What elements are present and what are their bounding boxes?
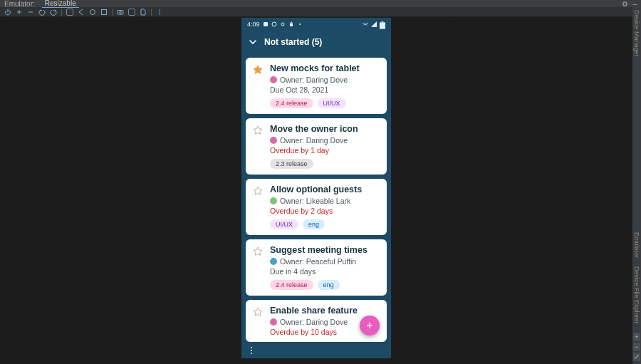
- owner-text: Owner: Likeable Lark: [280, 197, 350, 205]
- zoom-in-button[interactable]: +: [633, 333, 640, 341]
- wifi-icon: [363, 21, 368, 27]
- battery-icon: [380, 21, 385, 27]
- signal-icon: [371, 21, 377, 27]
- owner-line: Owner: Daring Dove: [270, 136, 380, 145]
- task-title: New mocks for tablet: [270, 63, 380, 73]
- zoom-controls: + − ⤢: [633, 333, 640, 361]
- task-card[interactable]: Move the owner iconOwner: Daring DoveOve…: [246, 118, 387, 175]
- app-header: Not started (5): [241, 31, 391, 53]
- rotate-right-icon[interactable]: [50, 9, 57, 16]
- home-icon[interactable]: [89, 9, 96, 16]
- gear-small-icon: [280, 21, 286, 27]
- plus-icon: +: [366, 319, 372, 332]
- section-title: Not started (5): [264, 37, 322, 47]
- task-card[interactable]: Suggest meeting timesOwner: Peaceful Puf…: [246, 239, 387, 296]
- tool-device-manager[interactable]: Device Manager: [633, 10, 640, 57]
- tag-row: 2.4 releaseeng: [270, 280, 380, 290]
- screenshot-icon[interactable]: [117, 9, 124, 16]
- phone-frame: 4:09 Not started (5) New mocks for table: [241, 17, 392, 359]
- tag-chip[interactable]: eng: [318, 280, 340, 290]
- svg-rect-12: [380, 22, 385, 28]
- owner-line: Owner: Daring Dove: [270, 76, 380, 84]
- owner-text: Owner: Daring Dove: [280, 318, 348, 326]
- star-icon[interactable]: [253, 186, 263, 196]
- emulator-stage: 4:09 Not started (5) New mocks for table: [0, 17, 632, 364]
- display-mode-icon[interactable]: [66, 9, 73, 16]
- svg-point-11: [299, 24, 301, 25]
- svg-point-4: [159, 9, 160, 11]
- power-icon[interactable]: [4, 9, 11, 16]
- task-card[interactable]: Allow optional guestsOwner: Likeable Lar…: [246, 179, 387, 235]
- task-card[interactable]: New mocks for tabletOwner: Daring DoveDu…: [246, 58, 387, 114]
- owner-text: Owner: Daring Dove: [280, 136, 348, 145]
- task-title: Allow optional guests: [270, 184, 380, 194]
- overview-icon[interactable]: [100, 9, 108, 16]
- svg-rect-2: [118, 10, 123, 14]
- star-icon[interactable]: [253, 246, 263, 256]
- status-time: 4:09: [247, 21, 260, 28]
- ide-minimize-icon[interactable]: –: [632, 0, 637, 8]
- volume-down-icon[interactable]: [27, 9, 34, 16]
- tool-file-explorer[interactable]: Device File Explorer: [633, 266, 640, 324]
- due-text: Due in 4 days: [270, 267, 380, 276]
- star-icon[interactable]: [253, 307, 263, 317]
- avatar-icon: [270, 318, 277, 326]
- device-tab[interactable]: Resizable: [42, 0, 79, 8]
- avatar-icon: [270, 258, 277, 265]
- tag-chip[interactable]: 2.3 release: [270, 159, 313, 169]
- due-text: Overdue by 1 day: [270, 146, 380, 155]
- avatar-icon: [270, 197, 277, 204]
- tool-emulator[interactable]: Emulator: [633, 232, 640, 258]
- svg-point-5: [159, 11, 160, 13]
- svg-point-0: [90, 9, 95, 14]
- star-icon[interactable]: [253, 65, 263, 75]
- avatar-icon: [270, 137, 277, 144]
- ide-gear-icon[interactable]: ⚙: [622, 0, 628, 8]
- zoom-out-button[interactable]: −: [633, 343, 640, 351]
- tag-chip[interactable]: 2.4 release: [270, 280, 313, 290]
- add-task-fab[interactable]: +: [360, 316, 380, 336]
- collapse-icon[interactable]: [249, 38, 257, 46]
- ide-right-rail: Device Manager Emulator Device File Expl…: [632, 7, 641, 364]
- emulator-label: Emulator:: [4, 0, 35, 8]
- separator: [112, 9, 113, 16]
- svg-rect-13: [382, 21, 384, 22]
- svg-point-9: [281, 23, 284, 26]
- svg-rect-1: [102, 9, 107, 14]
- separator: [151, 9, 152, 16]
- tag-row: 2.3 release: [270, 159, 380, 169]
- more-icon[interactable]: [156, 9, 163, 16]
- task-list[interactable]: New mocks for tabletOwner: Daring DoveDu…: [241, 53, 391, 358]
- bottom-nav: [241, 343, 391, 358]
- svg-rect-10: [290, 24, 293, 26]
- ide-window-tabs: Emulator: Resizable ⚙ –: [0, 0, 641, 7]
- owner-line: Owner: Likeable Lark: [270, 197, 380, 205]
- owner-text: Owner: Peaceful Puffin: [280, 257, 356, 266]
- separator: [61, 9, 62, 16]
- notif-icon: [271, 21, 277, 27]
- task-title: Enable share feature: [270, 306, 380, 316]
- snapshots-icon[interactable]: [140, 9, 147, 16]
- lock-icon: [288, 21, 294, 27]
- debug-icon: [263, 21, 269, 27]
- star-icon[interactable]: [253, 125, 263, 135]
- tag-chip[interactable]: UI/UX: [318, 98, 346, 108]
- owner-line: Owner: Peaceful Puffin: [270, 257, 380, 266]
- svg-point-3: [120, 11, 122, 13]
- tag-chip[interactable]: 2.4 release: [270, 98, 313, 108]
- task-title: Move the owner icon: [270, 124, 380, 134]
- rotate-left-icon[interactable]: [38, 9, 46, 16]
- record-icon[interactable]: [128, 9, 135, 16]
- tag-chip[interactable]: UI/UX: [270, 219, 298, 229]
- svg-point-8: [272, 22, 276, 26]
- back-icon[interactable]: [78, 9, 85, 16]
- avatar-icon: [270, 76, 277, 83]
- overflow-menu-icon[interactable]: [247, 346, 256, 355]
- tag-row: UI/UXeng: [270, 219, 380, 229]
- volume-up-icon[interactable]: [16, 9, 23, 16]
- owner-text: Owner: Daring Dove: [280, 76, 348, 84]
- emulator-toolbar: [0, 7, 641, 17]
- tag-row: 2.4 releaseUI/UX: [270, 98, 380, 108]
- zoom-fit-button[interactable]: ⤢: [633, 353, 640, 361]
- tag-chip[interactable]: eng: [303, 219, 325, 229]
